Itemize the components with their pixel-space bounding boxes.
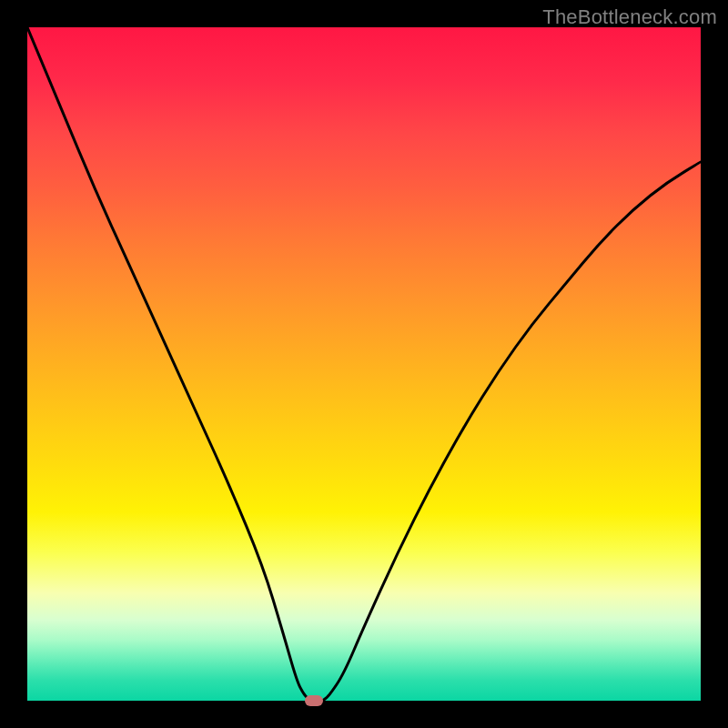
bottleneck-curve [27,27,701,701]
chart-frame: TheBottleneck.com [0,0,728,728]
plot-area [27,27,701,701]
watermark-text: TheBottleneck.com [542,5,717,29]
optimum-marker [305,695,323,706]
